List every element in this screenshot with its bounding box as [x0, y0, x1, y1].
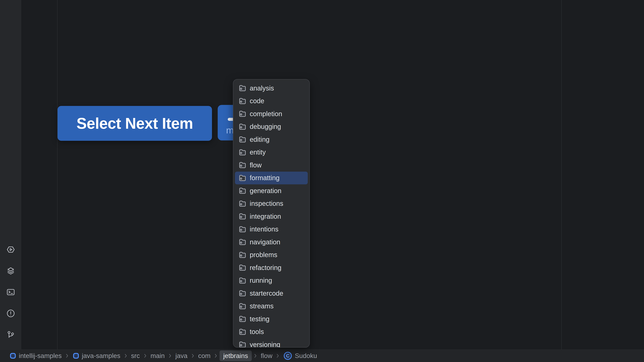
- tool-window-button-version-control[interactable]: [6, 330, 15, 339]
- folder-icon: [239, 277, 246, 284]
- folder-icon: [239, 187, 246, 195]
- breadcrumb-jetbrains[interactable]: jetbrains: [220, 351, 252, 361]
- folder-icon: [239, 238, 246, 246]
- breadcrumb-chevron-icon: [192, 353, 194, 358]
- breadcrumb-chevron-icon: [66, 353, 68, 358]
- shortcut-letter: m: [226, 125, 234, 136]
- editor-right-divider: [561, 0, 562, 350]
- popup-item-integration[interactable]: integration: [235, 210, 308, 223]
- popup-item-code[interactable]: code: [235, 95, 308, 108]
- popup-item-formatting[interactable]: formatting: [235, 172, 308, 185]
- popup-item-streams[interactable]: streams: [235, 300, 308, 313]
- folder-icon: [239, 84, 246, 92]
- popup-item-intentions[interactable]: intentions: [235, 223, 308, 236]
- tooltip-label: Select Next Item: [76, 115, 193, 132]
- popup-item-completion[interactable]: completion: [235, 107, 308, 120]
- select-next-item-tooltip[interactable]: Select Next Item: [58, 106, 212, 141]
- tool-window-button-structure[interactable]: [6, 267, 15, 275]
- popup-item-refactoring[interactable]: refactoring: [235, 261, 308, 274]
- tool-window-button-problems[interactable]: [6, 309, 15, 318]
- module-icon: [10, 352, 16, 359]
- popup-item-tools[interactable]: tools: [235, 326, 308, 338]
- popup-item-generation[interactable]: generation: [235, 184, 308, 197]
- breadcrumb-bar: intellij-samples java-samples src main j…: [0, 350, 644, 362]
- folder-icon: [239, 302, 246, 310]
- activity-bar: [0, 0, 21, 350]
- structure-layers-icon: [6, 267, 15, 275]
- terminal-icon: [6, 288, 15, 297]
- popup-item-navigation[interactable]: navigation: [235, 236, 308, 249]
- services-hexagon-play-icon: [6, 245, 15, 254]
- popup-item-debugging[interactable]: debugging: [235, 120, 308, 133]
- editor-left-divider: [57, 0, 58, 350]
- folder-icon: [239, 123, 246, 131]
- popup-item-running[interactable]: running: [235, 274, 308, 287]
- folder-icon: [239, 148, 246, 156]
- breadcrumb-flow[interactable]: flow: [259, 351, 274, 361]
- popup-item-flow[interactable]: flow: [235, 159, 308, 172]
- popup-item-startercode[interactable]: startercode: [235, 287, 308, 300]
- folder-icon: [239, 225, 246, 233]
- folder-icon: [239, 161, 246, 169]
- popup-item-testing[interactable]: testing: [235, 313, 308, 326]
- breadcrumb-main[interactable]: main: [149, 351, 166, 361]
- popup-item-editing[interactable]: editing: [235, 133, 308, 146]
- breadcrumb-java[interactable]: java: [174, 351, 189, 361]
- module-icon: [72, 352, 80, 359]
- folder-icon: [239, 251, 246, 259]
- popup-item-versioning[interactable]: versioning: [235, 338, 308, 348]
- svg-text:C: C: [286, 353, 290, 359]
- breadcrumb-src[interactable]: src: [130, 351, 142, 361]
- folder-icon: [239, 328, 246, 336]
- folder-icon: [239, 97, 246, 105]
- breadcrumb-chevron-icon: [254, 353, 257, 358]
- popup-item-analysis[interactable]: analysis: [235, 82, 308, 95]
- breadcrumb-com[interactable]: com: [196, 351, 212, 361]
- breadcrumb-navigation-popup: analysis code completion debugging editi…: [233, 79, 310, 348]
- tool-window-button-terminal[interactable]: [6, 288, 15, 297]
- folder-icon: [239, 200, 246, 207]
- folder-icon: [239, 110, 246, 118]
- popup-item-inspections[interactable]: inspections: [235, 197, 308, 210]
- folder-icon: [239, 290, 246, 297]
- breadcrumb-chevron-icon: [169, 353, 172, 358]
- folder-icon: [239, 341, 246, 348]
- breadcrumb-intellij-samples[interactable]: intellij-samples: [8, 351, 64, 361]
- git-branch-icon: [6, 330, 15, 339]
- breadcrumb-Sudoku[interactable]: C Sudoku: [282, 350, 319, 362]
- folder-icon: [239, 264, 246, 272]
- popup-item-problems[interactable]: problems: [235, 249, 308, 261]
- breadcrumb-chevron-icon: [124, 353, 127, 358]
- breadcrumb-chevron-icon: [276, 353, 279, 358]
- folder-icon: [239, 136, 246, 143]
- class-icon: C: [283, 351, 292, 361]
- folder-icon: [239, 174, 246, 182]
- breadcrumb-chevron-icon: [214, 353, 217, 358]
- breadcrumb-chevron-icon: [144, 353, 146, 358]
- folder-icon: [239, 315, 246, 323]
- popup-folder-list: analysis code completion debugging editi…: [233, 82, 310, 348]
- popup-item-entity[interactable]: entity: [235, 146, 308, 159]
- problems-exclamation-icon: [6, 309, 15, 318]
- tool-window-button-services[interactable]: [6, 245, 15, 254]
- breadcrumb-java-samples[interactable]: java-samples: [71, 351, 122, 361]
- folder-icon: [239, 213, 246, 220]
